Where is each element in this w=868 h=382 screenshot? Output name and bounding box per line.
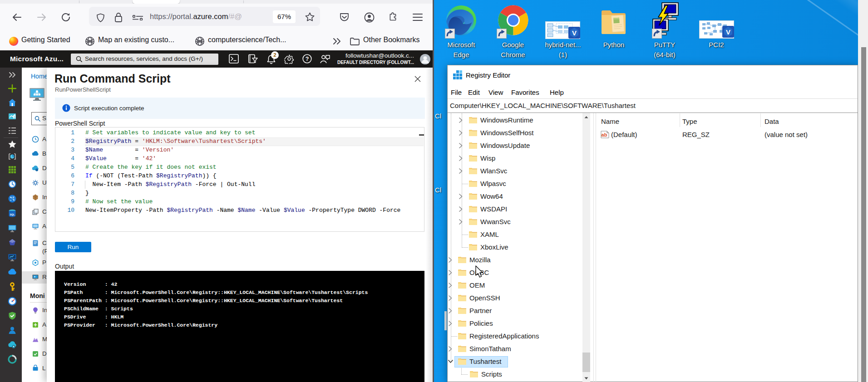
- svg-text:SQL: SQL: [10, 213, 15, 216]
- svg-text:ab: ab: [602, 132, 607, 137]
- svg-text:V: V: [572, 29, 577, 37]
- svg-text:V: V: [726, 28, 730, 36]
- svg-text:?: ?: [306, 56, 309, 62]
